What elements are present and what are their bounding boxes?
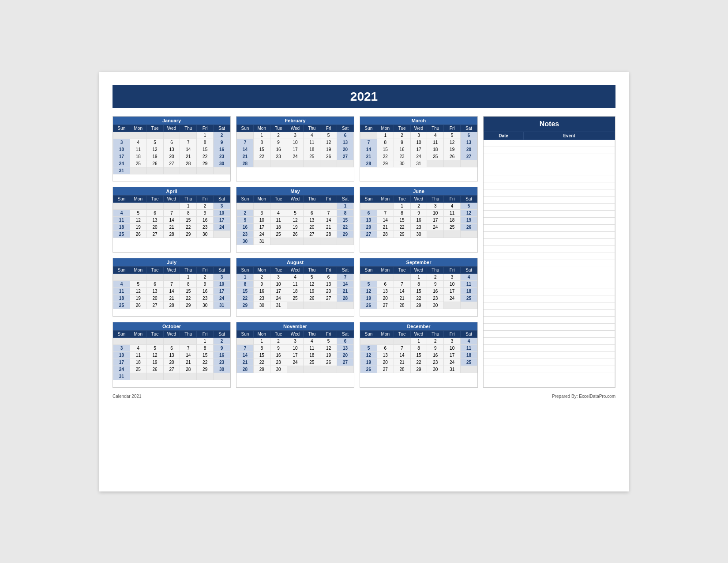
page: 2021 JanuarySunMonTueWedThuFriSat1234567… — [99, 72, 629, 491]
notes-date-cell[interactable] — [484, 182, 523, 189]
notes-date-cell[interactable] — [484, 267, 523, 274]
notes-date-cell[interactable] — [484, 154, 523, 161]
notes-event-cell[interactable] — [523, 168, 615, 175]
cal-day: 23 — [427, 359, 444, 366]
cal-day: 10 — [270, 281, 287, 288]
cal-day: 22 — [337, 224, 354, 231]
notes-event-cell[interactable] — [523, 366, 615, 373]
cal-day: 27 — [146, 302, 163, 309]
notes-event-cell[interactable] — [523, 218, 615, 224]
notes-date-cell[interactable] — [484, 239, 523, 246]
notes-date-cell[interactable] — [484, 310, 523, 316]
cal-day: 30 — [197, 231, 214, 238]
cal-day: 10 — [410, 139, 427, 146]
notes-event-cell[interactable] — [523, 338, 615, 344]
cal-day — [377, 274, 394, 281]
notes-event-cell[interactable] — [523, 239, 615, 246]
notes-date-cell[interactable] — [484, 232, 523, 238]
notes-date-cell[interactable] — [484, 211, 523, 217]
notes-date-cell[interactable] — [484, 168, 523, 175]
notes-event-cell[interactable] — [523, 211, 615, 217]
cal-day: 7 — [163, 210, 180, 217]
notes-date-cell[interactable] — [484, 288, 523, 295]
notes-event-cell[interactable] — [523, 147, 615, 154]
calendar-february: FebruarySunMonTueWedThuFriSat12345678910… — [236, 116, 354, 182]
notes-event-cell[interactable] — [523, 331, 615, 337]
notes-date-cell[interactable] — [484, 302, 523, 309]
cal-day: 7 — [377, 210, 394, 217]
notes-event-cell[interactable] — [523, 302, 615, 309]
notes-date-cell[interactable] — [484, 331, 523, 337]
notes-date-cell[interactable] — [484, 196, 523, 203]
cal-day: 3 — [444, 274, 461, 281]
day-header-thu: Thu — [427, 196, 444, 203]
cal-day: 27 — [163, 160, 180, 167]
notes-event-cell[interactable] — [523, 260, 615, 267]
notes-event-cell[interactable] — [523, 232, 615, 238]
notes-date-cell[interactable] — [484, 253, 523, 260]
notes-date-cell[interactable] — [484, 147, 523, 154]
notes-event-cell[interactable] — [523, 204, 615, 210]
cal-day: 10 — [214, 210, 230, 217]
day-header-sun: Sun — [237, 330, 254, 337]
notes-date-cell[interactable] — [484, 260, 523, 267]
notes-event-cell[interactable] — [523, 317, 615, 323]
notes-date-cell[interactable] — [484, 274, 523, 281]
notes-date-cell[interactable] — [484, 204, 523, 210]
cal-day: 6 — [163, 344, 180, 351]
notes-event-cell[interactable] — [523, 274, 615, 281]
calendar-march: MarchSunMonTueWedThuFriSat12345678910111… — [360, 116, 478, 182]
notes-event-cell[interactable] — [523, 380, 615, 387]
year-header: 2021 — [113, 85, 615, 108]
notes-event-cell[interactable] — [523, 359, 615, 366]
notes-event-cell[interactable] — [523, 324, 615, 330]
notes-event-cell[interactable] — [523, 267, 615, 274]
day-header-tue: Tue — [146, 125, 163, 132]
notes-date-cell[interactable] — [484, 317, 523, 323]
cal-day: 29 — [410, 302, 427, 309]
notes-event-cell[interactable] — [523, 154, 615, 161]
notes-date-cell[interactable] — [484, 175, 523, 182]
notes-event-cell[interactable] — [523, 189, 615, 196]
cal-day: 11 — [270, 217, 287, 224]
notes-date-cell[interactable] — [484, 189, 523, 196]
notes-event-cell[interactable] — [523, 352, 615, 359]
notes-event-cell[interactable] — [523, 310, 615, 316]
notes-event-cell[interactable] — [523, 288, 615, 295]
notes-date-cell[interactable] — [484, 359, 523, 366]
cal-day: 9 — [427, 344, 444, 351]
notes-event-cell[interactable] — [523, 373, 615, 380]
cal-day: 13 — [146, 288, 163, 295]
cal-day: 29 — [377, 160, 394, 167]
notes-event-cell[interactable] — [523, 281, 615, 288]
notes-event-cell[interactable] — [523, 246, 615, 253]
notes-date-cell[interactable] — [484, 225, 523, 231]
notes-date-cell[interactable] — [484, 352, 523, 359]
cal-day — [163, 337, 180, 344]
notes-date-cell[interactable] — [484, 281, 523, 288]
notes-date-cell[interactable] — [484, 380, 523, 387]
notes-date-cell[interactable] — [484, 338, 523, 344]
notes-event-cell[interactable] — [523, 253, 615, 260]
notes-date-cell[interactable] — [484, 161, 523, 168]
cal-day: 3 — [113, 344, 130, 351]
cal-day: 3 — [214, 203, 230, 210]
notes-event-cell[interactable] — [523, 182, 615, 189]
notes-date-cell[interactable] — [484, 373, 523, 380]
notes-date-cell[interactable] — [484, 140, 523, 147]
notes-date-cell[interactable] — [484, 324, 523, 330]
notes-event-cell[interactable] — [523, 140, 615, 147]
cal-day: 9 — [214, 139, 230, 146]
notes-date-cell[interactable] — [484, 366, 523, 373]
notes-date-cell[interactable] — [484, 218, 523, 224]
notes-event-cell[interactable] — [523, 345, 615, 351]
cal-day: 15 — [197, 351, 214, 359]
notes-event-cell[interactable] — [523, 175, 615, 182]
notes-date-cell[interactable] — [484, 246, 523, 253]
notes-event-cell[interactable] — [523, 295, 615, 302]
notes-event-cell[interactable] — [523, 225, 615, 231]
notes-event-cell[interactable] — [523, 161, 615, 168]
notes-event-cell[interactable] — [523, 196, 615, 203]
notes-date-cell[interactable] — [484, 295, 523, 302]
notes-date-cell[interactable] — [484, 345, 523, 351]
